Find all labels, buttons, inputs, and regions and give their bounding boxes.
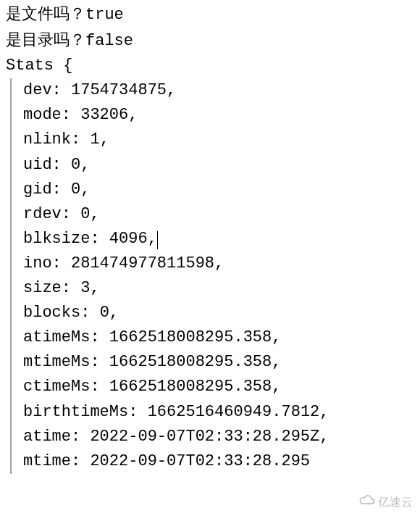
prop-value: 1 [90, 130, 99, 149]
prop-value: 33206 [80, 106, 128, 124]
prop-value: 1662516460949.7812 [148, 403, 320, 421]
prop-value: 281474977811598 [71, 254, 214, 272]
comma: , [100, 130, 109, 149]
stats-prop: uid: 0, [23, 153, 414, 178]
prop-key: blksize: [23, 230, 109, 248]
prop-value: 2022-09-07T02:33:28.295 [90, 452, 310, 470]
stats-prop: atimeMs: 1662518008295.358, [23, 325, 414, 350]
stats-prop: mtimeMs: 1662518008295.358, [23, 350, 414, 375]
text-cursor [157, 231, 158, 249]
prop-value: 1662518008295.358 [109, 378, 272, 396]
label-is-directory: 是目录吗？ [6, 30, 85, 49]
prop-key: blocks: [23, 304, 100, 322]
prop-value: 4096 [109, 230, 148, 248]
stats-prop: size: 3, [23, 276, 414, 301]
comma: , [90, 205, 99, 223]
prop-value: 0 [71, 180, 80, 199]
watermark: 亿速云 [359, 494, 413, 512]
prop-key: dev: [23, 81, 71, 99]
stats-prop: rdev: 0, [23, 202, 414, 227]
prop-key: size: [23, 279, 80, 297]
comma: , [148, 230, 157, 248]
prop-key: mode: [23, 106, 80, 124]
stats-header: Stats { [6, 54, 414, 78]
prop-value: 2022-09-07T02:33:28.295Z [90, 428, 319, 446]
stats-prop: mode: 33206, [23, 103, 414, 128]
prop-value: 1662518008295.358 [109, 353, 272, 371]
comma: , [80, 156, 90, 174]
comma: , [272, 328, 281, 346]
comma: , [319, 403, 329, 421]
comma: , [80, 180, 90, 199]
comma: , [167, 81, 176, 99]
comma: , [272, 378, 281, 396]
line-is-file: 是文件吗？true [6, 1, 414, 28]
prop-key: nlink: [23, 130, 90, 149]
prop-value: 3 [80, 279, 90, 297]
prop-key: mtimeMs: [23, 353, 109, 371]
comma: , [90, 279, 99, 297]
prop-value: 0 [100, 304, 109, 322]
prop-key: atime: [23, 428, 90, 446]
prop-key: ctimeMs: [23, 378, 109, 396]
stats-prop: gid: 0, [23, 178, 414, 202]
stats-prop: blksize: 4096, [23, 227, 414, 251]
label-is-file: 是文件吗？ [6, 4, 85, 22]
prop-value: 0 [80, 205, 90, 223]
prop-key: rdev: [23, 205, 80, 223]
prop-value: 1662518008295.358 [109, 328, 272, 346]
stats-prop: atime: 2022-09-07T02:33:28.295Z, [23, 425, 414, 449]
prop-key: atimeMs: [23, 328, 109, 346]
prop-key: mtime: [23, 452, 90, 470]
line-is-directory: 是目录吗？false [6, 28, 414, 54]
stats-prop: ino: 281474977811598, [23, 251, 414, 276]
comma: , [214, 254, 224, 272]
value-is-directory: false [85, 32, 133, 50]
prop-value: 1754734875 [71, 81, 167, 99]
comma: , [109, 304, 119, 322]
stats-prop: nlink: 1, [23, 128, 414, 152]
prop-key: gid: [23, 180, 71, 199]
comma: , [272, 353, 281, 371]
value-is-file: true [85, 6, 124, 24]
watermark-text: 亿速云 [378, 494, 413, 512]
prop-key: ino: [23, 254, 71, 272]
prop-key: birthtimeMs: [23, 403, 148, 421]
stats-prop: ctimeMs: 1662518008295.358, [23, 375, 414, 399]
cloud-icon [359, 494, 375, 512]
stats-props: dev: 1754734875,mode: 33206,nlink: 1,uid… [6, 78, 414, 474]
stats-prop: birthtimeMs: 1662516460949.7812, [23, 400, 414, 425]
stats-prop: dev: 1754734875, [23, 78, 414, 103]
prop-key: uid: [23, 156, 71, 174]
comma: , [128, 106, 138, 124]
comma: , [319, 428, 329, 446]
stats-prop: mtime: 2022-09-07T02:33:28.295 [23, 449, 414, 474]
prop-value: 0 [71, 156, 80, 174]
stats-prop: blocks: 0, [23, 301, 414, 325]
